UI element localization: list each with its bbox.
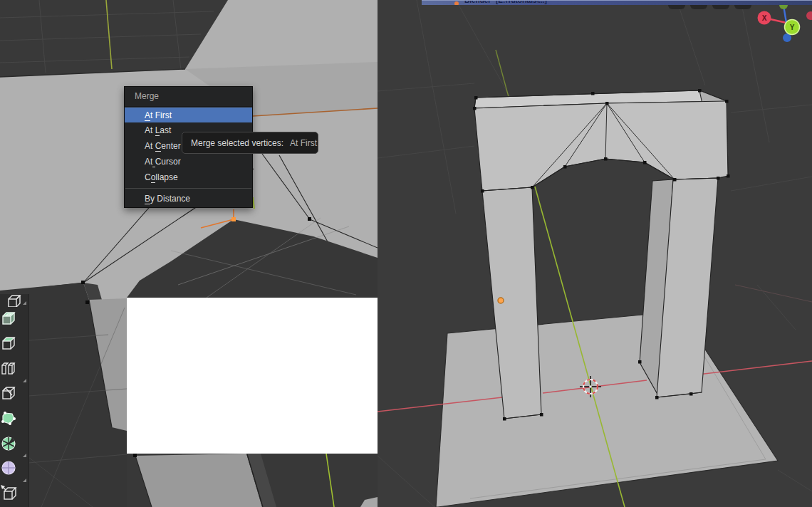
merge-tooltip: Merge selected vertices: At First	[182, 132, 318, 154]
menu-item-by-distance[interactable]: By Distance	[125, 191, 252, 207]
knife-icon	[0, 385, 17, 402]
menu-item-at-first[interactable]: At First	[125, 108, 252, 122]
tool-knife[interactable]	[0, 385, 28, 409]
tool-inset-faces[interactable]	[0, 310, 28, 335]
edge-slide-icon	[0, 484, 17, 501]
tool-spin[interactable]	[0, 434, 28, 459]
blender-screenshot: X Y Blender* [E:\Tutorials\...]	[0, 0, 812, 507]
window-title: Blender* [E:\Tutorials\...]	[464, 0, 547, 4]
tool-bevel[interactable]	[0, 335, 28, 360]
bevel-icon	[0, 335, 17, 352]
tooltip-value: At First	[290, 138, 317, 148]
gizmo-y-label: Y	[790, 23, 795, 31]
white-overlay-box	[127, 298, 378, 454]
blender-logo-icon	[454, 1, 459, 5]
scene-below-whitebox	[127, 454, 378, 507]
viewport-right[interactable]: X Y	[378, 0, 812, 507]
gizmo-x-label: X	[762, 14, 767, 22]
tooltip-label: Merge selected vertices:	[191, 138, 283, 148]
edit-toolbar	[0, 294, 29, 507]
spin-icon	[0, 434, 17, 451]
tool-loop-cut[interactable]	[0, 360, 28, 385]
titlebar-fragment[interactable]: Blender* [E:\Tutorials\...]	[422, 0, 812, 5]
tool-edge-slide[interactable]	[0, 484, 28, 507]
object-origin-dot	[498, 298, 504, 303]
inset-faces-icon	[0, 310, 17, 327]
tool-poly-build[interactable]	[0, 409, 28, 434]
loop-cut-icon	[0, 360, 17, 377]
tool-extrude-region[interactable]	[0, 283, 28, 307]
poly-build-icon	[0, 409, 17, 427]
extrude-region-icon	[6, 293, 23, 308]
menu-item-collapse[interactable]: Collapse	[125, 169, 252, 185]
menu-item-at-cursor[interactable]: At Cursor	[125, 154, 252, 169]
menu-separator	[125, 188, 251, 189]
tool-smooth[interactable]	[0, 459, 28, 484]
smooth-icon	[0, 459, 17, 476]
menu-title: Merge	[125, 87, 252, 107]
